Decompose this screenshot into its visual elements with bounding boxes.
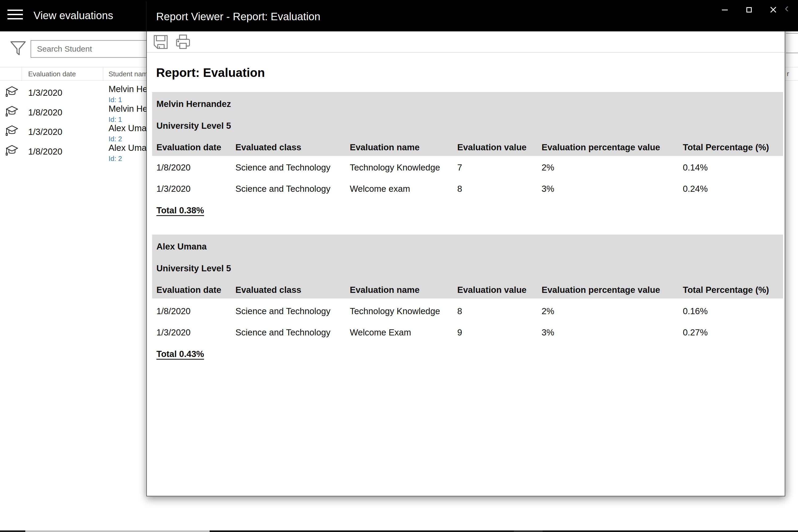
cell-evaluation-name: Welcome exam: [350, 184, 457, 194]
table-row: 1/8/2020 Science and Technology Technolo…: [152, 306, 783, 317]
col-evaluation-date: Evaluation date: [156, 142, 235, 153]
column-header-fragment: r: [787, 70, 789, 78]
evaluation-date: 1/3/2020: [28, 88, 62, 98]
table-header-row: Evaluation date Evaluated class Evaluati…: [152, 142, 783, 153]
column-divider: [103, 67, 103, 81]
evaluation-list-item[interactable]: 1/8/2020 Melvin Hernandez Id: 1: [0, 102, 147, 122]
save-icon: [153, 34, 169, 50]
print-report-button[interactable]: [175, 34, 191, 50]
cell-evaluation-date: 1/8/2020: [156, 306, 235, 317]
cell-evaluation-percentage-value: 2%: [542, 162, 683, 173]
evaluation-date: 1/8/2020: [28, 108, 62, 118]
search-box-edge-fragment: [786, 33, 798, 53]
cell-evaluation-name: Welcome Exam: [350, 327, 457, 338]
report-toolbar: [147, 32, 785, 53]
col-evaluation-date: Evaluation date: [156, 285, 235, 295]
cell-evaluation-percentage-value: 2%: [542, 306, 683, 317]
cell-evaluated-class: Science and Technology: [235, 162, 350, 173]
cell-evaluation-date: 1/3/2020: [156, 327, 235, 338]
col-evaluated-class: Evaluated class: [235, 142, 350, 153]
col-total-percentage: Total Percentage (%): [683, 142, 783, 153]
cell-evaluation-value: 7: [457, 162, 542, 173]
table-row: 1/8/2020 Science and Technology Technolo…: [152, 162, 783, 173]
col-evaluation-percentage-value: Evaluation percentage value: [542, 142, 683, 153]
col-evaluation-value: Evaluation value: [457, 142, 542, 153]
cell-total-percentage: 0.16%: [683, 306, 783, 317]
report-title: Report: Evaluation: [156, 65, 265, 80]
cell-evaluation-date: 1/3/2020: [156, 184, 235, 194]
table-row: 1/3/2020 Science and Technology Welcome …: [152, 327, 783, 338]
cell-total-percentage: 0.24%: [683, 184, 783, 194]
cell-evaluation-value: 9: [457, 327, 542, 338]
section-grade-level: University Level 5: [156, 263, 231, 273]
col-total-percentage: Total Percentage (%): [683, 285, 783, 295]
filter-icon[interactable]: [10, 40, 26, 57]
cell-evaluation-name: Technology Knowledge: [350, 162, 457, 173]
close-button[interactable]: [769, 6, 777, 14]
col-evaluation-name: Evaluation name: [350, 285, 457, 295]
cell-evaluation-date: 1/8/2020: [156, 162, 235, 173]
col-evaluation-percentage-value: Evaluation percentage value: [542, 285, 683, 295]
cell-evaluated-class: Science and Technology: [235, 306, 350, 317]
evaluation-date: 1/3/2020: [28, 127, 62, 137]
report-viewer-window: Report Viewer - Report: Evaluation: [146, 2, 785, 496]
section-student-name: Alex Umana: [156, 242, 207, 252]
cell-evaluation-value: 8: [457, 306, 542, 317]
taskbar-segment: [543, 530, 798, 532]
report-window-title: Report Viewer - Report: Evaluation: [156, 11, 320, 23]
cell-evaluated-class: Science and Technology: [235, 327, 350, 338]
col-evaluation-value: Evaluation value: [457, 285, 542, 295]
cell-total-percentage: 0.14%: [683, 162, 783, 173]
graduation-cap-icon: [5, 84, 19, 99]
evaluation-date: 1/8/2020: [28, 147, 62, 157]
evaluation-list-item[interactable]: 1/3/2020 Alex Umana Id: 2: [0, 121, 147, 141]
evaluation-list-item[interactable]: 1/8/2020 Alex Umana Id: 2: [0, 141, 147, 161]
minimize-button[interactable]: [721, 6, 729, 14]
section-total: Total 0.43%: [156, 349, 204, 359]
close-icon: [770, 7, 776, 13]
taskbar-edge: [0, 530, 798, 532]
cell-evaluation-percentage-value: 3%: [542, 327, 683, 338]
maximize-icon: [746, 7, 752, 13]
column-header-student-name: Student name: [109, 70, 152, 78]
cell-evaluation-name: Technology Knowledge: [350, 306, 457, 317]
graduation-cap-icon: [5, 104, 19, 119]
back-chevron-icon[interactable]: ‹: [785, 2, 789, 14]
desktop: View evaluations Evaluation date Student…: [0, 0, 798, 532]
cell-evaluation-value: 8: [457, 184, 542, 194]
cell-evaluation-percentage-value: 3%: [542, 184, 683, 194]
evaluation-list-item[interactable]: 1/3/2020 Melvin Hernandez Id: 1: [0, 82, 147, 102]
table-header-row: Evaluation date Evaluated class Evaluati…: [152, 285, 783, 295]
col-evaluation-name: Evaluation name: [350, 142, 457, 153]
section-total: Total 0.38%: [156, 205, 204, 215]
section-student-name: Melvin Hernandez: [156, 99, 231, 109]
column-header-evaluation-date: Evaluation date: [28, 70, 76, 78]
app-title: View evaluations: [34, 10, 113, 22]
print-icon: [175, 34, 191, 50]
table-row: 1/3/2020 Science and Technology Welcome …: [152, 184, 783, 194]
col-evaluated-class: Evaluated class: [235, 285, 350, 295]
graduation-cap-icon: [5, 124, 19, 138]
report-window-titlebar[interactable]: Report Viewer - Report: Evaluation: [146, 2, 785, 32]
window-controls: [721, 6, 777, 14]
minimize-icon: [722, 10, 728, 11]
section-grade-level: University Level 5: [156, 121, 231, 131]
taskbar-segment: [25, 530, 210, 532]
report-section-header: Melvin Hernandez University Level 5 Eval…: [152, 92, 783, 156]
student-id: Id: 2: [109, 155, 122, 163]
report-content: Report: Evaluation Melvin Hernandez Univ…: [147, 53, 785, 495]
taskbar-segment: [0, 530, 25, 532]
graduation-cap-icon: [5, 144, 19, 158]
hamburger-menu-icon[interactable]: [7, 10, 23, 20]
taskbar-segment: [210, 530, 514, 532]
cell-evaluated-class: Science and Technology: [235, 184, 350, 194]
report-section-header: Alex Umana University Level 5 Evaluation…: [152, 234, 783, 299]
maximize-button[interactable]: [745, 6, 753, 14]
taskbar-segment: [514, 530, 543, 532]
save-report-button[interactable]: [153, 34, 169, 50]
cell-total-percentage: 0.27%: [683, 327, 783, 338]
